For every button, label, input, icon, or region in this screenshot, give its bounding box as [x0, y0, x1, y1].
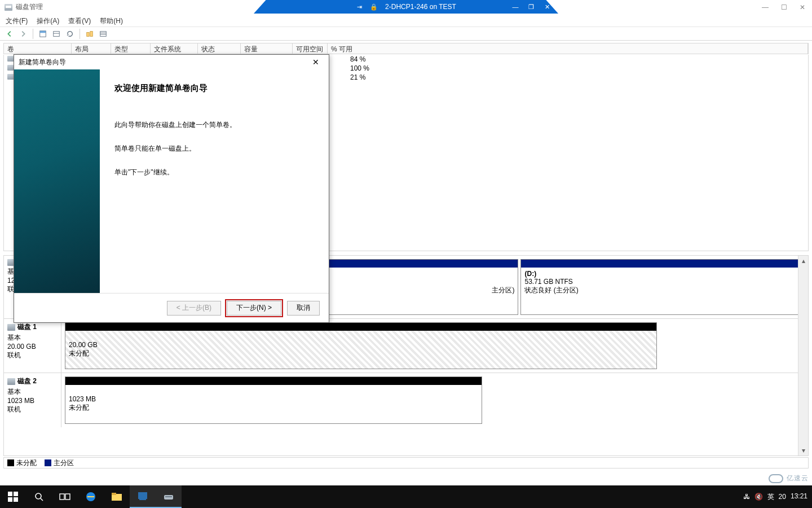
watermark-text: 亿速云 — [787, 474, 809, 483]
refresh-button[interactable] — [64, 28, 76, 40]
disk-1-unallocated[interactable]: 20.00 GB 未分配 — [65, 322, 657, 369]
toolbar-btn-1[interactable] — [37, 28, 49, 40]
wizard-sidebar-graphic — [14, 69, 100, 293]
volume-list-header: 卷 布局 类型 文件系统 状态 容量 可用空间 % 可用 — [3, 43, 809, 54]
forward-button[interactable] — [17, 28, 29, 40]
disk-size: 1023 MB — [7, 397, 58, 405]
os-max-button[interactable]: ☐ — [781, 3, 787, 11]
wizard-para-1: 此向导帮助你在磁盘上创建一个简单卷。 — [114, 120, 316, 130]
menu-file[interactable]: 文件(F) — [6, 16, 28, 25]
legend-primary: 主分区 — [45, 458, 74, 468]
disk-icon — [7, 378, 15, 385]
back-button[interactable] — [3, 28, 16, 40]
svg-rect-16 — [65, 494, 70, 500]
app-title: 磁盘管理 — [5, 2, 43, 12]
partition-size: 1023 MB — [69, 395, 478, 403]
taskbar: 🖧 🔇 英 20 13:21 — [0, 485, 812, 508]
toolbar-separator — [33, 29, 33, 39]
taskbar-active-app-1[interactable] — [130, 485, 156, 508]
disk-type: 基本 — [7, 387, 58, 397]
col-type[interactable]: 类型 — [111, 43, 151, 54]
legend-unalloc-label: 未分配 — [16, 459, 37, 467]
col-layout[interactable]: 布局 — [72, 43, 111, 54]
cloud-icon — [769, 474, 783, 483]
col-status[interactable]: 状态 — [198, 43, 241, 54]
disk-name: 磁盘 2 — [17, 376, 37, 386]
disk-icon — [7, 324, 15, 331]
vm-close-button[interactable]: ✕ — [544, 3, 550, 10]
swatch-black — [7, 459, 14, 466]
taskbar-active-app-2[interactable] — [156, 485, 182, 508]
pin-icon[interactable]: ⇥ — [356, 3, 363, 10]
disk-0-partition-d[interactable]: (D:) 53.71 GB NTFS 状态良好 (主分区) — [520, 259, 805, 315]
wizard-next-button[interactable]: 下一步(N) > — [227, 301, 281, 316]
volume-pct: 100 % — [347, 64, 373, 73]
svg-line-14 — [41, 498, 43, 501]
app-title-text: 磁盘管理 — [16, 2, 43, 12]
toolbar-btn-2[interactable] — [50, 28, 63, 40]
svg-point-13 — [36, 493, 41, 499]
os-min-button[interactable]: — — [762, 3, 769, 11]
volume-pct: 84 % — [347, 55, 369, 64]
svg-rect-23 — [165, 496, 172, 497]
partition-status: 未分配 — [69, 403, 478, 413]
partition-header-bar — [65, 323, 656, 331]
partition-header-bar — [521, 260, 804, 268]
vm-restore-button[interactable]: ❐ — [528, 3, 535, 10]
col-pct-free[interactable]: % 可用 — [328, 43, 808, 54]
partition-size: 53.71 GB NTFS — [524, 278, 801, 286]
swatch-navy — [45, 459, 51, 466]
svg-rect-10 — [14, 492, 18, 496]
tray-network-icon[interactable]: 🖧 — [743, 493, 750, 501]
task-view-button[interactable] — [52, 485, 78, 508]
toolbar-btn-4[interactable] — [97, 28, 109, 40]
svg-rect-11 — [8, 497, 12, 502]
disk-type: 基本 — [7, 333, 58, 343]
scroll-down-icon[interactable]: ▾ — [798, 445, 808, 456]
taskbar-ie[interactable] — [78, 485, 104, 508]
watermark: 亿速云 — [769, 474, 809, 483]
wizard-para-3: 单击"下一步"继续。 — [114, 167, 316, 177]
lock-icon: 🔒 — [370, 3, 377, 10]
os-close-button[interactable]: ✕ — [800, 3, 805, 11]
menu-view[interactable]: 查看(V) — [68, 16, 91, 25]
tray-volume-icon[interactable]: 🔇 — [754, 493, 763, 501]
svg-rect-19 — [112, 493, 116, 495]
svg-rect-12 — [14, 497, 18, 502]
new-simple-volume-wizard: 新建简单卷向导 ✕ 欢迎使用新建简单卷向导 此向导帮助你在磁盘上创建一个简单卷。… — [14, 54, 329, 323]
legend-unallocated: 未分配 — [7, 458, 37, 468]
tray-ime2[interactable]: 20 — [779, 493, 786, 501]
search-button[interactable] — [26, 485, 52, 508]
scroll-up-icon[interactable]: ▴ — [798, 256, 808, 266]
disk-status: 联机 — [7, 351, 58, 360]
col-capacity[interactable]: 容量 — [241, 43, 293, 54]
disk-2-info[interactable]: 磁盘 2 基本 1023 MB 联机 — [4, 373, 61, 427]
disk-1-info[interactable]: 磁盘 1 基本 20.00 GB 联机 — [4, 319, 61, 373]
svg-rect-2 — [54, 31, 60, 36]
disk-2-unallocated[interactable]: 1023 MB 未分配 — [65, 376, 482, 424]
wizard-heading: 欢迎使用新建简单卷向导 — [114, 83, 316, 94]
disk-name: 磁盘 1 — [17, 322, 37, 332]
tray-ime[interactable]: 英 — [767, 492, 774, 502]
col-free[interactable]: 可用空间 — [293, 43, 328, 54]
svg-rect-9 — [8, 492, 12, 496]
col-filesystem[interactable]: 文件系统 — [151, 43, 198, 54]
tray-clock[interactable]: 13:21 — [791, 493, 807, 500]
wizard-close-button[interactable]: ✕ — [307, 58, 324, 67]
taskbar-explorer[interactable] — [104, 485, 130, 508]
menu-help[interactable]: 帮助(H) — [100, 16, 123, 25]
svg-rect-4 — [87, 32, 89, 36]
svg-rect-20 — [138, 492, 147, 499]
vm-connection-bar: ⇥ 🔒 2-DHCP1-246 on TEST — ❐ ✕ — [254, 0, 558, 14]
system-tray[interactable]: 🖧 🔇 英 20 13:21 — [739, 492, 812, 502]
disk-area-scrollbar[interactable]: ▴ ▾ — [798, 256, 808, 456]
svg-rect-21 — [139, 499, 146, 500]
col-volume[interactable]: 卷 — [4, 43, 72, 54]
start-button[interactable] — [0, 485, 26, 508]
menu-action[interactable]: 操作(A) — [37, 16, 59, 25]
partition-header-bar — [65, 377, 482, 385]
toolbar-btn-3[interactable] — [83, 28, 96, 40]
disk-size: 20.00 GB — [7, 343, 58, 351]
vm-min-button[interactable]: — — [512, 3, 519, 10]
wizard-cancel-button[interactable]: 取消 — [287, 301, 320, 316]
